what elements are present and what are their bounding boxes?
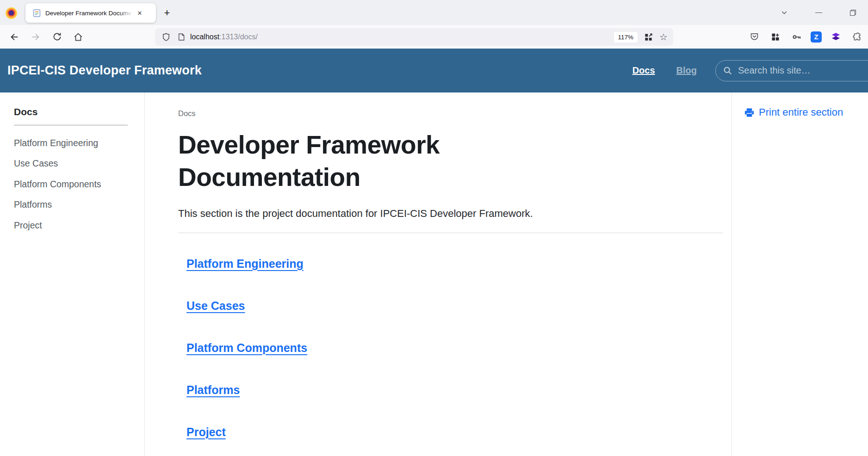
section-list: Platform Engineering Use Cases Platform … — [178, 233, 723, 439]
puzzle-extension-icon[interactable] — [849, 30, 864, 44]
page-info-icon[interactable] — [177, 33, 186, 41]
home-button[interactable] — [70, 29, 86, 45]
firefox-logo-icon[interactable] — [6, 7, 17, 19]
site-brand[interactable]: IPCEI-CIS Developer Framework — [7, 63, 202, 78]
shortcuts-grid-icon[interactable] — [644, 33, 653, 42]
sidebar-item-platform-components[interactable]: Platform Components — [14, 179, 128, 189]
breadcrumb[interactable]: Docs — [178, 109, 723, 118]
tab-title: Developer Framework Documentation — [45, 9, 132, 17]
page-title: Developer Framework Documentation — [178, 129, 562, 194]
url-text: localhost:1313/docs/ — [190, 33, 258, 41]
right-column: Print entire section — [732, 92, 868, 456]
bookmark-star-icon[interactable]: ☆ — [659, 32, 668, 42]
reload-button[interactable] — [49, 29, 65, 45]
printer-icon — [744, 107, 755, 118]
minimize-button[interactable] — [812, 6, 825, 19]
lead-paragraph: This section is the project documentatio… — [178, 208, 723, 220]
site-navbar: IPCEI-CIS Developer Framework Docs Blog — [0, 49, 868, 92]
tab-favicon-icon — [33, 9, 41, 17]
tab-close-icon[interactable]: ✕ — [135, 8, 144, 18]
search-icon — [723, 66, 733, 76]
search-input[interactable] — [715, 60, 868, 81]
password-key-icon[interactable] — [789, 30, 804, 44]
nav-link-docs[interactable]: Docs — [632, 65, 655, 76]
sidebar-item-platform-engineering[interactable]: Platform Engineering — [14, 138, 128, 148]
nav-link-blog[interactable]: Blog — [676, 65, 697, 76]
pocket-icon[interactable] — [747, 30, 762, 44]
page-body: Docs Platform Engineering Use Cases Plat… — [0, 92, 868, 456]
layers-extension-icon[interactable] — [828, 30, 843, 44]
sidebar-item-platforms[interactable]: Platforms — [14, 200, 128, 209]
extensions-shortcuts-icon[interactable] — [768, 30, 783, 44]
browser-tab[interactable]: Developer Framework Documentation ✕ — [25, 3, 156, 23]
shield-icon[interactable] — [161, 32, 171, 42]
back-button[interactable] — [6, 29, 22, 45]
docs-sidebar: Docs Platform Engineering Use Cases Plat… — [0, 92, 145, 456]
section-link-platform-components[interactable]: Platform Components — [186, 341, 307, 355]
section-link-use-cases[interactable]: Use Cases — [186, 299, 245, 313]
list-tabs-chevron-icon[interactable] — [777, 6, 791, 19]
main-content: Docs Developer Framework Documentation T… — [145, 92, 732, 456]
print-section-link[interactable]: Print entire section — [744, 106, 863, 118]
site-search — [715, 60, 868, 81]
z-extension-icon[interactable]: Z — [811, 31, 822, 43]
section-link-platform-engineering[interactable]: Platform Engineering — [186, 257, 304, 271]
section-link-platforms[interactable]: Platforms — [186, 383, 240, 397]
sidebar-title[interactable]: Docs — [14, 106, 128, 117]
print-link-label: Print entire section — [759, 106, 843, 118]
zoom-level-badge[interactable]: 117% — [614, 32, 638, 43]
browser-toolbar: localhost:1313/docs/ 117% ☆ Z — [0, 25, 868, 49]
tab-bar: Developer Framework Documentation ✕ + — [0, 0, 868, 25]
new-tab-button[interactable]: + — [160, 6, 174, 20]
sidebar-item-use-cases[interactable]: Use Cases — [14, 159, 128, 168]
forward-button[interactable] — [28, 29, 43, 45]
sidebar-item-project[interactable]: Project — [14, 221, 128, 230]
address-bar[interactable]: localhost:1313/docs/ 117% ☆ — [155, 28, 673, 46]
restore-button[interactable] — [846, 6, 860, 19]
section-link-project[interactable]: Project — [186, 425, 226, 439]
sidebar-divider — [14, 125, 128, 125]
browser-window: Developer Framework Documentation ✕ + — [0, 0, 868, 456]
